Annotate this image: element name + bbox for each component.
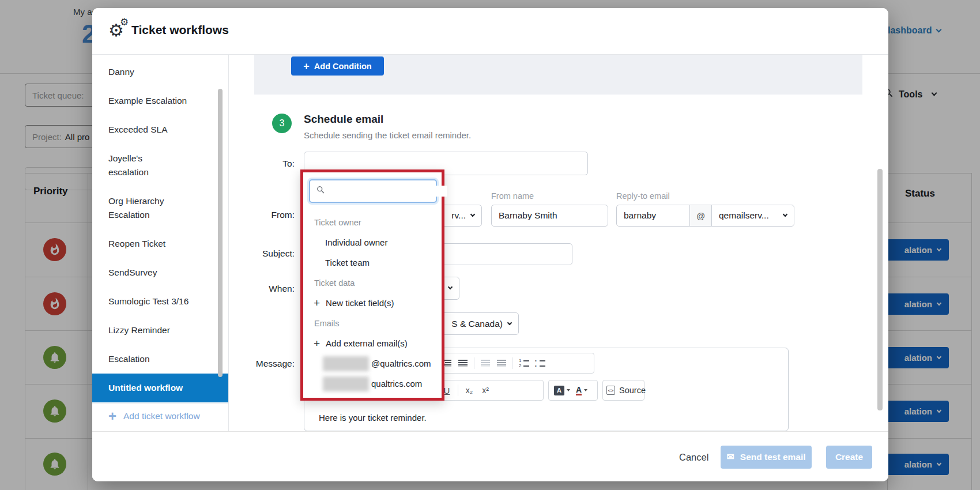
- subscript-button[interactable]: x₂: [464, 386, 474, 395]
- sidebar-divider: [228, 55, 229, 431]
- toolbar-separator: [512, 357, 513, 369]
- sidebar-item[interactable]: Sumologic Test 3/16: [92, 287, 228, 316]
- popup-item-label: Add external email(s): [326, 338, 408, 348]
- modal-header: ⚙⚙ Ticket workflows: [92, 8, 888, 55]
- sidebar-item[interactable]: SendSurvey: [92, 258, 228, 287]
- popup-item[interactable]: +Add external email(s): [303, 333, 442, 353]
- reply-to-local-input[interactable]: [616, 205, 690, 227]
- reply-to-label: Reply-to email: [616, 191, 670, 201]
- when-label: When:: [225, 284, 295, 294]
- source-label: Source: [619, 386, 646, 395]
- sidebar-bottom-divider: [92, 404, 228, 404]
- popup-group-label: Ticket owner: [303, 212, 442, 232]
- background-color-icon: A: [554, 386, 564, 395]
- create-button[interactable]: Create: [826, 446, 872, 469]
- message-body-text[interactable]: Here is your ticket reminder.: [319, 413, 427, 423]
- sidebar-item[interactable]: Joyelle's escalation: [92, 144, 228, 187]
- plus-icon: +: [303, 62, 310, 71]
- chevron-down-icon: [448, 285, 453, 289]
- reply-domain-value: qemailserv...: [719, 210, 769, 221]
- plus-icon: +: [314, 339, 320, 348]
- superscript-button[interactable]: x²: [480, 386, 491, 395]
- cancel-button[interactable]: Cancel: [679, 452, 708, 463]
- background-color-button[interactable]: A: [554, 386, 570, 395]
- to-label: To:: [225, 159, 295, 169]
- popup-group-label: Ticket data: [303, 273, 442, 293]
- dropdown-search-box[interactable]: [309, 179, 437, 203]
- editor-color-group: A A: [548, 380, 598, 401]
- content-scrollbar[interactable]: [877, 169, 883, 410]
- chevron-down-icon: [783, 212, 787, 217]
- plus-icon: +: [108, 410, 116, 422]
- add-condition-button[interactable]: + Add Condition: [291, 56, 384, 76]
- dropdown-arrow-icon: [584, 389, 587, 391]
- sidebar-item[interactable]: Lizzy Reminder: [92, 316, 228, 345]
- add-ticket-workflow-button[interactable]: + Add ticket workflow: [108, 410, 200, 422]
- step-title: Schedule email: [304, 113, 383, 126]
- sidebar-item[interactable]: Exceeded SLA: [92, 115, 228, 144]
- chevron-down-icon: [507, 320, 512, 325]
- popup-item[interactable]: +New ticket field(s): [303, 293, 442, 313]
- popup-item[interactable]: Individual owner: [303, 232, 442, 252]
- ticket-workflows-modal: ⚙⚙ Ticket workflows DannyExample Escalat…: [92, 8, 888, 481]
- search-icon: [316, 185, 326, 197]
- sidebar-item[interactable]: Danny: [92, 58, 228, 86]
- at-symbol: @: [689, 205, 712, 227]
- sidebar-item[interactable]: Example Escalation: [92, 86, 228, 115]
- text-color-button[interactable]: A: [576, 386, 587, 395]
- toolbar-separator: [474, 357, 474, 369]
- from-name-label: From name: [491, 191, 534, 201]
- message-label: Message:: [225, 359, 295, 369]
- indent-increase-icon[interactable]: [496, 360, 507, 367]
- sidebar-item[interactable]: Org Hierarchy Escalation: [92, 187, 228, 229]
- bullet-list-icon[interactable]: ••: [535, 359, 545, 368]
- toolbar-separator: [458, 385, 458, 396]
- chevron-down-icon: [470, 212, 475, 217]
- reply-domain-select[interactable]: qemailserv...: [711, 205, 794, 227]
- from-label: From:: [225, 210, 295, 220]
- envelope-icon: ✉: [726, 453, 734, 462]
- redacted-text-block: [323, 376, 369, 391]
- workflows-gear-icon: ⚙⚙: [108, 18, 134, 44]
- text-color-icon: A: [576, 386, 582, 395]
- popup-item-label: qualtrics.com: [371, 379, 422, 389]
- plus-icon: +: [314, 299, 320, 308]
- source-code-icon: <>: [606, 386, 615, 395]
- step-number-badge: 3: [272, 114, 292, 133]
- add-ticket-workflow-label: Add ticket workflow: [123, 411, 200, 421]
- timezone-value: S & Canada): [451, 319, 503, 329]
- send-test-email-label: Send test email: [740, 452, 806, 462]
- dropdown-arrow-icon: [567, 389, 570, 391]
- sidebar-item[interactable]: Untitled workflow: [92, 374, 228, 402]
- popup-item-label: @qualtrics.com: [371, 359, 431, 368]
- from-email-value: rv...: [451, 210, 466, 221]
- popup-item-label: Individual owner: [325, 238, 387, 247]
- popup-group-label: Emails: [303, 313, 442, 333]
- modal-title: Ticket workflows: [131, 23, 229, 37]
- add-condition-label: Add Condition: [314, 62, 372, 71]
- to-recipient-dropdown: Ticket ownerIndividual ownerTicket teamT…: [300, 169, 444, 401]
- numbered-list-icon[interactable]: 12: [519, 359, 529, 368]
- send-test-email-button[interactable]: ✉ Send test email: [721, 446, 812, 469]
- redacted-text-block: [323, 356, 369, 371]
- sidebar-item[interactable]: Reopen Ticket: [92, 229, 228, 258]
- indent-decrease-icon[interactable]: [480, 360, 491, 367]
- screen: My ad 2 lashboard Ticket queue: Project:…: [0, 0, 980, 490]
- source-button[interactable]: <> Source: [606, 386, 646, 395]
- sidebar-scrollbar[interactable]: [218, 89, 223, 377]
- subject-label: Subject:: [225, 248, 295, 259]
- align-justify-icon[interactable]: [458, 360, 468, 367]
- dropdown-search-input[interactable]: [330, 186, 447, 197]
- popup-item[interactable]: @qualtrics.com: [303, 353, 442, 374]
- from-name-input[interactable]: [491, 205, 608, 227]
- editor-source-group: <> Source: [602, 380, 644, 401]
- step-subtitle: Schedule sending the ticket email remind…: [304, 130, 471, 140]
- popup-item-label: Ticket team: [325, 258, 370, 267]
- popup-item[interactable]: Ticket team: [303, 252, 442, 273]
- popup-item-label: New ticket field(s): [326, 298, 394, 308]
- sidebar-item[interactable]: Escalation: [92, 345, 228, 374]
- popup-item[interactable]: qualtrics.com: [303, 374, 442, 394]
